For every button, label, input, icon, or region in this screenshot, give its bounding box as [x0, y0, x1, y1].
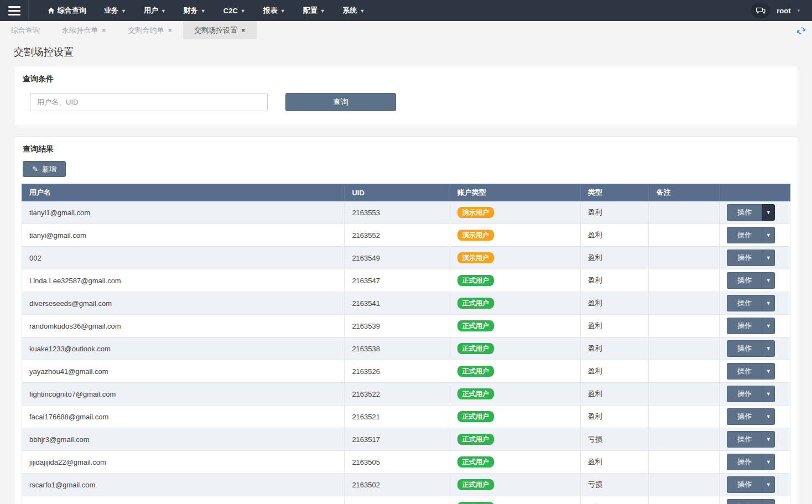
- account-type-badge: 正式用户: [457, 411, 494, 422]
- account-type-cell: 正式用户: [450, 474, 580, 496]
- action-dropdown-button[interactable]: ▼: [762, 250, 775, 266]
- action-cell: 操作▼: [720, 269, 790, 292]
- refresh-icon: [797, 26, 806, 35]
- username-cell: diverseseeds@gmail.com: [22, 292, 345, 315]
- action-dropdown-button[interactable]: ▼: [762, 318, 775, 334]
- account-type-cell: 演示用户: [450, 247, 580, 269]
- action-button[interactable]: 操作: [727, 204, 762, 221]
- action-button[interactable]: 操作: [727, 386, 762, 402]
- action-cell: 操作▼: [720, 292, 790, 315]
- nav-item-1[interactable]: 业务▼: [97, 0, 133, 21]
- nav-item-label: C2C: [223, 7, 238, 15]
- account-type-badge: 正式用户: [457, 388, 494, 399]
- search-button[interactable]: 查询: [285, 93, 396, 111]
- nav-item-label: 综合查询: [58, 6, 86, 15]
- action-button[interactable]: 操作: [727, 431, 762, 448]
- action-dropdown-button[interactable]: ▼: [762, 340, 775, 357]
- username-cell: 7329959875: [22, 496, 345, 504]
- action-cell: 操作▼: [720, 383, 790, 406]
- action-button[interactable]: 操作: [727, 340, 762, 357]
- uid-cell: 2163553: [345, 201, 450, 224]
- account-type-cell: 正式用户: [450, 406, 580, 428]
- nav-item-c2c[interactable]: C2C▼: [217, 0, 252, 21]
- user-caret-icon[interactable]: ▾: [797, 8, 800, 13]
- action-dropdown-button[interactable]: ▼: [762, 454, 775, 470]
- close-icon[interactable]: ✖: [168, 28, 173, 33]
- action-dropdown-button[interactable]: ▼: [762, 227, 775, 243]
- account-type-badge: 正式用户: [457, 434, 494, 445]
- nav-item-3[interactable]: 财务▼: [177, 0, 212, 21]
- action-button[interactable]: 操作: [727, 295, 762, 311]
- remark-cell: [649, 315, 720, 337]
- action-dropdown-button[interactable]: ▼: [762, 363, 775, 380]
- action-button[interactable]: 操作: [727, 363, 762, 380]
- close-icon[interactable]: ✖: [102, 28, 106, 33]
- action-dropdown-button[interactable]: ▼: [762, 204, 775, 221]
- nav-item-7[interactable]: 系统▼: [336, 0, 372, 21]
- type-cell: 盈利: [580, 360, 649, 383]
- chevron-down-icon: ▼: [280, 8, 285, 14]
- action-button[interactable]: 操作: [727, 318, 762, 334]
- hamburger-menu-icon[interactable]: [0, 0, 29, 21]
- uid-cell: 2163522: [345, 383, 450, 406]
- action-dropdown-button[interactable]: ▼: [762, 499, 775, 504]
- remark-cell: [649, 292, 720, 315]
- page-content: 交割场控设置 查询条件 查询 查询结果 ✎ 新增 用户名UID账户类型类型备注 …: [0, 45, 812, 504]
- remark-cell: [649, 201, 720, 224]
- close-icon[interactable]: ✖: [241, 28, 246, 33]
- nav-item-5[interactable]: 报表▼: [257, 0, 292, 21]
- action-dropdown-button[interactable]: ▼: [762, 295, 775, 311]
- table-header: 用户名UID账户类型类型备注: [22, 184, 790, 201]
- account-type-badge: 正式用户: [457, 275, 494, 286]
- nav-item-0[interactable]: 综合查询: [41, 0, 93, 21]
- remark-cell: [649, 224, 720, 247]
- refresh-button[interactable]: [794, 24, 808, 37]
- action-dropdown-button[interactable]: ▼: [762, 386, 775, 402]
- username-cell: rscarfo1@gmail.com: [22, 474, 345, 496]
- tab-label: 永续持仓单: [62, 25, 98, 35]
- chevron-down-icon: ▼: [360, 8, 365, 14]
- nav-item-6[interactable]: 配置▼: [296, 0, 332, 21]
- action-button[interactable]: 操作: [727, 272, 762, 289]
- results-table: 用户名UID账户类型类型备注 tianyi1@gmail.com2163553演…: [22, 184, 790, 504]
- account-type-cell: 正式用户: [450, 496, 580, 504]
- username-cell: tianyi@gmail.com: [22, 224, 345, 247]
- account-type-cell: 正式用户: [450, 337, 580, 360]
- username-cell: fightincognito7@gmail.com: [22, 383, 345, 406]
- action-button[interactable]: 操作: [727, 408, 762, 425]
- account-type-badge: 正式用户: [457, 479, 494, 490]
- action-cell: 操作▼: [720, 337, 790, 360]
- uid-cell: 2163502: [345, 474, 450, 496]
- type-cell: 盈利: [580, 406, 649, 428]
- user-menu[interactable]: root: [777, 7, 790, 15]
- table-row: kuake1233@outlook.com2163538正式用户盈利操作▼: [22, 337, 790, 360]
- tab-1[interactable]: 永续持仓单✖: [51, 21, 117, 39]
- tab-3[interactable]: 交割场控设置✖: [183, 21, 257, 39]
- table-row: facai176688@gmail.com2163521正式用户盈利操作▼: [22, 406, 790, 428]
- remark-cell: [649, 269, 720, 292]
- tab-label: 交割合约单: [128, 25, 164, 35]
- messages-button[interactable]: [751, 3, 770, 18]
- type-cell: 盈利: [580, 315, 649, 337]
- remark-cell: [649, 496, 720, 504]
- action-cell: 操作▼: [720, 360, 790, 383]
- table-row: yayazhou41@gmail.com2163526正式用户盈利操作▼: [22, 360, 790, 383]
- action-dropdown-button[interactable]: ▼: [762, 476, 775, 493]
- action-dropdown-button[interactable]: ▼: [762, 408, 775, 425]
- tab-2[interactable]: 交割合约单✖: [117, 21, 184, 39]
- action-button[interactable]: 操作: [727, 499, 762, 504]
- tab-0[interactable]: 综合查询: [0, 21, 51, 39]
- action-dropdown-button[interactable]: ▼: [762, 272, 775, 289]
- account-type-badge: 正式用户: [457, 298, 494, 309]
- action-button[interactable]: 操作: [727, 476, 762, 493]
- action-button[interactable]: 操作: [727, 250, 762, 266]
- nav-item-2[interactable]: 用户▼: [137, 0, 173, 21]
- nav-item-label: 系统: [343, 6, 357, 15]
- action-button[interactable]: 操作: [727, 454, 762, 470]
- action-button[interactable]: 操作: [727, 227, 762, 243]
- add-button[interactable]: ✎ 新增: [23, 161, 66, 177]
- search-input[interactable]: [30, 93, 268, 111]
- action-dropdown-button[interactable]: ▼: [762, 431, 775, 448]
- account-type-cell: 正式用户: [450, 428, 580, 451]
- tab-bar: 综合查询永续持仓单✖交割合约单✖交割场控设置✖: [0, 21, 812, 39]
